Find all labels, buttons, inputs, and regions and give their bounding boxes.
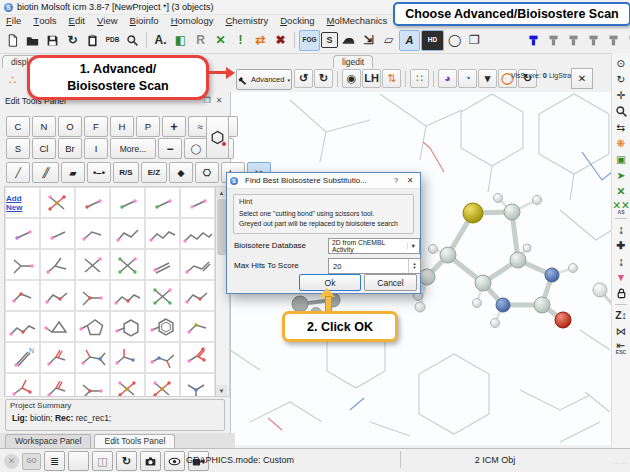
snapshot-icon[interactable]	[140, 451, 161, 471]
template-fragment-sulfo[interactable]	[40, 187, 75, 218]
template-fragment-amide2[interactable]	[75, 342, 110, 373]
stop-icon[interactable]: ✕	[4, 454, 19, 469]
spin-icon[interactable]: ↻	[116, 451, 137, 471]
display-eye-icon[interactable]	[164, 451, 185, 471]
template-fragment-ring3[interactable]	[40, 311, 75, 342]
template-fragment-branch2[interactable]	[40, 249, 75, 280]
template-fragment-branch[interactable]	[5, 249, 40, 280]
split-view-icon[interactable]: ◫	[92, 451, 113, 471]
database-select[interactable]: 2D from ChEMBL Activity ▼	[328, 238, 420, 254]
rs-stereo-button[interactable]: R/S	[113, 162, 139, 183]
selection-icon[interactable]: ◧	[171, 31, 190, 50]
template-fragment-amiden[interactable]	[145, 342, 180, 373]
template-fragment-amine[interactable]	[180, 373, 215, 397]
select-box-icon[interactable]: ▣	[613, 152, 629, 167]
escape-icon[interactable]: ⇤ESC	[613, 340, 629, 355]
residue-label-icon[interactable]: R	[191, 31, 210, 50]
representation-column-6-icon[interactable]	[624, 31, 630, 50]
template-fragment-nitrile[interactable]: N	[5, 342, 40, 373]
representation-column-2-icon[interactable]	[544, 31, 563, 50]
pdb-search-icon[interactable]: PDB	[103, 31, 122, 50]
single-bond-button[interactable]: ╱	[6, 162, 30, 183]
zoom-icon[interactable]	[613, 104, 629, 119]
neighbors-icon[interactable]: ❋	[613, 136, 629, 151]
representation-column-5-icon[interactable]	[604, 31, 623, 50]
pick-swap-icon[interactable]: ⇆	[613, 120, 629, 135]
template-fragment-sulfo[interactable]	[145, 373, 180, 397]
template-fragment-etherbr[interactable]	[75, 373, 110, 397]
ring-select-icon[interactable]: ◯	[184, 138, 208, 159]
tab-edit-tools-panel[interactable]: Edit Tools Panel	[94, 434, 175, 448]
menu-edit[interactable]: Edit	[63, 15, 91, 27]
atom-br-button[interactable]: Br	[58, 138, 82, 159]
pocket-dots-icon[interactable]: ∷	[410, 69, 429, 88]
atom-i-button[interactable]: I	[84, 138, 108, 159]
menu-molmechanics[interactable]: MolMechanics	[321, 15, 394, 27]
xstick-icon[interactable]: ✕	[211, 31, 230, 50]
surface-caret-icon[interactable]: ▾	[478, 69, 497, 88]
open-folder-icon[interactable]	[23, 31, 42, 50]
edit-ligand-icon[interactable]: ◕	[438, 69, 457, 88]
template-fragment-link-f[interactable]	[110, 187, 145, 218]
labels-icon[interactable]: A	[399, 30, 420, 51]
redo-rotate-icon[interactable]: ↻	[314, 69, 333, 88]
template-fragment-vinyl[interactable]	[145, 249, 180, 280]
zoom-in-button[interactable]: +	[162, 116, 186, 137]
spin-down-icon[interactable]: ▼	[413, 266, 417, 270]
template-fragment-benzene[interactable]	[145, 311, 180, 342]
template-add-new-link[interactable]: Add New	[5, 187, 40, 218]
template-fragment-carbonyl2[interactable]	[110, 342, 145, 373]
template-fragment-ring5[interactable]	[75, 311, 110, 342]
template-fragment-link-b[interactable]	[180, 187, 215, 218]
template-fragment-ring6[interactable]	[110, 311, 145, 342]
template-fragment-ether3[interactable]	[110, 280, 145, 311]
atom-o-button[interactable]: O	[58, 116, 82, 137]
atom-c-button[interactable]: C	[6, 116, 30, 137]
double-bond-button[interactable]: ╱╱	[32, 162, 59, 183]
occlusion-icon[interactable]: ◯	[445, 31, 464, 50]
template-fragment-slink[interactable]	[180, 311, 215, 342]
menu-chemistry[interactable]: Chemistry	[219, 15, 274, 27]
atom-n-button[interactable]: N	[32, 116, 56, 137]
close-panel-icon[interactable]: ✕	[213, 95, 225, 107]
zoom-out-button[interactable]: −	[158, 138, 182, 159]
template-fragment-allyl[interactable]	[180, 249, 215, 280]
dihedral-icon[interactable]: ↨	[613, 254, 629, 269]
atom-s-button[interactable]: S	[6, 138, 30, 159]
template-fragment-chain3[interactable]	[110, 218, 145, 249]
clipping-icon[interactable]: ▱	[379, 31, 398, 50]
save-icon[interactable]	[43, 31, 62, 50]
meshes-icon[interactable]	[339, 31, 358, 50]
template-fragment-acid[interactable]	[180, 342, 215, 373]
clear-selection-icon[interactable]: ✕	[613, 184, 629, 199]
hd-icon[interactable]: HD	[421, 30, 444, 51]
template-fragment-carbonyl[interactable]	[40, 373, 75, 397]
menu-bioinfo[interactable]: Bioinfo	[124, 15, 165, 27]
stick-style-icon[interactable]: ∴	[3, 70, 22, 89]
atom-p-button[interactable]: P	[136, 116, 160, 137]
template-fragment-ether3[interactable]	[5, 311, 40, 342]
swap-view-icon[interactable]: ⋈	[613, 324, 629, 339]
template-fragment-cross-f[interactable]	[110, 249, 145, 280]
template-fragment-chain2[interactable]	[75, 218, 110, 249]
atom-f-button[interactable]: F	[84, 116, 108, 137]
template-fragment-carbonyl[interactable]	[40, 342, 75, 373]
template-fragment-acid2[interactable]	[5, 373, 40, 397]
template-fragment-cross-f[interactable]	[145, 280, 180, 311]
template-fragment-me[interactable]	[40, 218, 75, 249]
aromatic-bond-button[interactable]: •‒•	[87, 162, 111, 183]
spinner-arrows[interactable]: ▲ ▼	[408, 259, 420, 273]
template-fragment-ether2[interactable]	[40, 280, 75, 311]
template-fragment-link-o[interactable]	[75, 187, 110, 218]
new-file-icon[interactable]	[3, 31, 22, 50]
template-fragment-chain5[interactable]	[180, 218, 215, 249]
convert-icon[interactable]: ⇄	[251, 31, 270, 50]
representation-column-1-icon[interactable]	[524, 31, 543, 50]
hydrogens-icon[interactable]: ⇅	[382, 69, 401, 88]
center-ligand-icon[interactable]: ◉	[342, 69, 361, 88]
sync-icon[interactable]: ↻	[63, 31, 82, 50]
template-fragment-chain4[interactable]	[145, 218, 180, 249]
select-lasso-icon[interactable]: ➤	[613, 168, 629, 183]
advanced-button[interactable]: Advanced ▾	[236, 69, 292, 90]
atom-cl-button[interactable]: Cl	[32, 138, 56, 159]
